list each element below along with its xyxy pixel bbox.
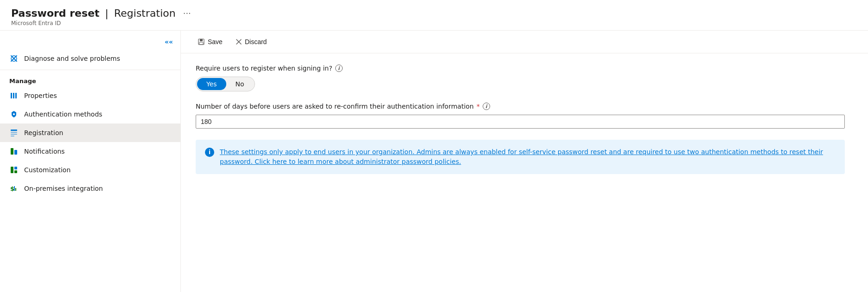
info-box-link[interactable]: These settings only apply to end users i… — [220, 148, 823, 165]
sidebar-item-label-auth: Authentication methods — [24, 110, 102, 118]
svg-rect-12 — [14, 150, 17, 155]
collapse-icon: «« — [165, 38, 173, 45]
days-input[interactable] — [196, 115, 845, 129]
collapse-button[interactable]: «« — [0, 34, 180, 49]
sidebar-item-diagnose[interactable]: Diagnose and solve problems — [0, 49, 180, 68]
sidebar-item-auth-methods[interactable]: Authentication methods — [0, 105, 180, 123]
save-button[interactable]: Save — [192, 35, 228, 48]
svg-rect-18 — [15, 188, 16, 191]
sidebar-item-label-diagnose: Diagnose and solve problems — [24, 55, 120, 62]
svg-rect-4 — [13, 93, 14, 98]
discard-label: Discard — [245, 38, 267, 45]
info-box: i These settings only apply to end users… — [196, 140, 845, 174]
svg-rect-20 — [200, 39, 203, 41]
required-asterisk: * — [477, 103, 480, 110]
require-register-info-icon[interactable]: i — [335, 65, 343, 72]
main-layout: «« Diagnose and solve problems Manage — [0, 31, 868, 292]
require-register-toggle[interactable]: Yes No — [196, 77, 255, 91]
svg-point-6 — [13, 113, 15, 115]
title-separator: | — [105, 7, 108, 19]
sidebar-item-label-notifications: Notifications — [24, 148, 65, 155]
form-content: Require users to register when signing i… — [181, 53, 868, 292]
svg-rect-17 — [14, 186, 15, 191]
info-box-icon: i — [205, 148, 214, 157]
svg-rect-15 — [14, 170, 17, 173]
svg-rect-11 — [11, 148, 13, 155]
breadcrumb: Microsoft Entra ID — [11, 20, 857, 26]
save-label: Save — [208, 38, 223, 45]
svg-rect-8 — [11, 132, 17, 133]
page-header: Password reset | Registration ··· Micros… — [0, 0, 868, 31]
more-options-icon[interactable]: ··· — [183, 8, 191, 18]
sidebar-item-label-properties: Properties — [24, 92, 57, 99]
info-box-text: These settings only apply to end users i… — [220, 147, 836, 167]
require-register-label: Require users to register when signing i… — [196, 65, 853, 72]
svg-rect-21 — [199, 42, 203, 45]
sidebar-item-on-premises[interactable]: $ On-premises integration — [0, 179, 180, 198]
sidebar-section-manage: Manage — [0, 72, 180, 86]
content-area: Save Discard Require users to register w… — [181, 31, 868, 292]
svg-rect-7 — [11, 130, 17, 131]
properties-icon — [9, 91, 19, 100]
sidebar-item-notifications[interactable]: Notifications — [0, 142, 180, 161]
svg-rect-14 — [14, 167, 17, 169]
toolbar: Save Discard — [181, 31, 868, 53]
sidebar-item-registration[interactable]: Registration — [0, 123, 180, 142]
page-title-main: Password reset — [11, 7, 100, 19]
sidebar-item-label-customization: Customization — [24, 166, 70, 174]
svg-rect-9 — [11, 134, 17, 135]
on-premises-icon: $ — [9, 184, 19, 193]
svg-rect-3 — [11, 93, 12, 98]
svg-rect-10 — [11, 136, 14, 136]
svg-text:$: $ — [10, 185, 14, 192]
page-title-sub: Registration — [114, 7, 176, 19]
registration-icon — [9, 128, 19, 137]
discard-icon — [236, 39, 242, 45]
sidebar: «« Diagnose and solve problems Manage — [0, 31, 181, 292]
svg-rect-13 — [11, 167, 13, 173]
diagnose-icon — [9, 54, 19, 63]
auth-methods-icon — [9, 110, 19, 119]
discard-button[interactable]: Discard — [230, 35, 272, 48]
days-info-icon[interactable]: i — [483, 103, 490, 110]
sidebar-item-label-registration: Registration — [24, 129, 63, 136]
sidebar-divider-1 — [0, 70, 180, 70]
sidebar-item-customization[interactable]: Customization — [0, 161, 180, 179]
sidebar-item-properties[interactable]: Properties — [0, 86, 180, 105]
sidebar-item-label-on-premises: On-premises integration — [24, 185, 103, 192]
toggle-yes[interactable]: Yes — [197, 78, 226, 90]
svg-rect-5 — [15, 93, 17, 98]
save-icon — [198, 38, 205, 45]
days-label: Number of days before users are asked to… — [196, 103, 853, 110]
notifications-icon — [9, 147, 19, 156]
toggle-no[interactable]: No — [226, 78, 254, 90]
customization-icon — [9, 165, 19, 175]
